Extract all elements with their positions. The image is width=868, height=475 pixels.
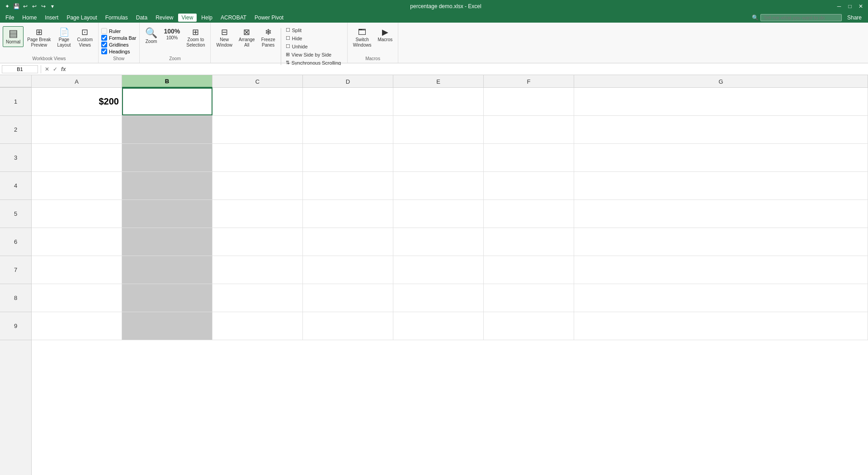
cell-e7[interactable] — [393, 256, 484, 284]
row-header-9[interactable]: 9 — [0, 312, 31, 340]
col-header-e[interactable]: E — [393, 75, 484, 88]
cell-d7[interactable] — [303, 256, 393, 284]
ribbon-btn-view-side-by-side[interactable]: ⊞ View Side by Side — [284, 51, 344, 58]
cell-a5[interactable] — [32, 200, 122, 228]
maximize-icon[interactable]: □ — [846, 3, 854, 10]
cell-e1[interactable] — [393, 88, 484, 115]
cell-d8[interactable] — [303, 284, 393, 312]
formula-input[interactable] — [69, 65, 866, 73]
share-button[interactable]: Share — [843, 14, 866, 22]
ribbon-btn-freeze-panes[interactable]: ❄ FreezePanes — [259, 26, 278, 50]
checkbox-headings[interactable] — [101, 48, 107, 54]
ribbon-btn-normal[interactable]: ▤ Normal — [3, 26, 24, 47]
ribbon-btn-custom-views[interactable]: ⊡ CustomViews — [75, 26, 95, 50]
save-icon[interactable]: 💾 — [13, 3, 20, 10]
cell-a9[interactable] — [32, 312, 122, 340]
cell-f1[interactable] — [484, 88, 574, 115]
col-header-c[interactable]: C — [212, 75, 303, 88]
cell-g4[interactable] — [574, 172, 868, 200]
col-header-a[interactable]: A — [32, 75, 122, 88]
cell-g6[interactable] — [574, 228, 868, 256]
cell-f5[interactable] — [484, 200, 574, 228]
col-header-f[interactable]: F — [484, 75, 574, 88]
checkbox-ruler-label[interactable]: Ruler — [101, 28, 137, 34]
cell-e4[interactable] — [393, 172, 484, 200]
row-header-7[interactable]: 7 — [0, 256, 31, 284]
cell-g8[interactable] — [574, 284, 868, 312]
cell-d4[interactable] — [303, 172, 393, 200]
checkbox-formula-bar[interactable] — [101, 35, 107, 41]
menu-view[interactable]: View — [178, 14, 197, 22]
checkbox-formula-bar-label[interactable]: Formula Bar — [101, 35, 137, 41]
menu-home[interactable]: Home — [19, 14, 40, 22]
menu-review[interactable]: Review — [152, 14, 177, 22]
cell-c3[interactable] — [212, 144, 303, 171]
cell-f3[interactable] — [484, 144, 574, 171]
cell-a1[interactable]: $200 — [32, 88, 122, 115]
cell-b7[interactable] — [122, 256, 212, 284]
ribbon-btn-zoom[interactable]: 🔍 Zoom — [142, 26, 160, 46]
cell-b2[interactable] — [122, 116, 212, 143]
menu-power-pivot[interactable]: Power Pivot — [251, 14, 287, 22]
checkbox-gridlines-label[interactable]: Gridlines — [101, 42, 137, 48]
cell-d6[interactable] — [303, 228, 393, 256]
col-header-b[interactable]: B — [122, 75, 212, 88]
cell-b9[interactable] — [122, 312, 212, 340]
cell-b8[interactable] — [122, 284, 212, 312]
row-header-2[interactable]: 2 — [0, 116, 31, 144]
menu-formulas[interactable]: Formulas — [102, 14, 132, 22]
cell-a4[interactable] — [32, 172, 122, 200]
close-icon[interactable]: ✕ — [857, 3, 864, 10]
cell-b6[interactable] — [122, 228, 212, 256]
ribbon-btn-100[interactable]: 100% 100% — [161, 26, 183, 43]
undo-icon[interactable]: ↩ — [22, 3, 29, 10]
cell-c7[interactable] — [212, 256, 303, 284]
undo-arrow-icon[interactable]: ↩ — [31, 3, 38, 10]
cell-a6[interactable] — [32, 228, 122, 256]
cell-a8[interactable] — [32, 284, 122, 312]
menu-help[interactable]: Help — [198, 14, 216, 22]
cell-e5[interactable] — [393, 200, 484, 228]
cell-c5[interactable] — [212, 200, 303, 228]
cell-e3[interactable] — [393, 144, 484, 171]
menu-page-layout[interactable]: Page Layout — [63, 14, 100, 22]
formula-cancel-icon[interactable]: ✕ — [44, 65, 50, 73]
cell-a3[interactable] — [32, 144, 122, 171]
cell-g3[interactable] — [574, 144, 868, 171]
ribbon-btn-hide[interactable]: ☐ Hide — [284, 34, 344, 42]
checkbox-gridlines[interactable] — [101, 42, 107, 48]
ribbon-btn-split[interactable]: ☐ Split — [284, 26, 344, 34]
cell-b5[interactable] — [122, 200, 212, 228]
menu-file[interactable]: File — [2, 14, 18, 22]
ribbon-btn-page-layout[interactable]: 📄 PageLayout — [55, 26, 74, 50]
row-header-4[interactable]: 4 — [0, 172, 31, 200]
ribbon-btn-new-window[interactable]: ⊟ NewWindow — [213, 26, 235, 50]
cell-f4[interactable] — [484, 172, 574, 200]
menu-data[interactable]: Data — [132, 14, 151, 22]
cell-f7[interactable] — [484, 256, 574, 284]
cell-b4[interactable] — [122, 172, 212, 200]
cell-d5[interactable] — [303, 200, 393, 228]
row-header-3[interactable]: 3 — [0, 144, 31, 172]
cell-c1[interactable] — [212, 88, 303, 115]
ribbon-btn-switch-windows[interactable]: 🗔 SwitchWindows — [350, 26, 374, 50]
cell-a2[interactable] — [32, 116, 122, 143]
cell-d3[interactable] — [303, 144, 393, 171]
cell-e2[interactable] — [393, 116, 484, 143]
cell-b3[interactable] — [122, 144, 212, 171]
col-header-g[interactable]: G — [574, 75, 868, 88]
cell-f8[interactable] — [484, 284, 574, 312]
cell-f6[interactable] — [484, 228, 574, 256]
cell-c4[interactable] — [212, 172, 303, 200]
cell-g1[interactable] — [574, 88, 868, 115]
cell-c9[interactable] — [212, 312, 303, 340]
cell-a7[interactable] — [32, 256, 122, 284]
ribbon-btn-unhide[interactable]: ☐ Unhide — [284, 43, 344, 50]
row-header-1[interactable]: 1 — [0, 88, 31, 116]
cell-f9[interactable] — [484, 312, 574, 340]
menu-insert[interactable]: Insert — [41, 14, 62, 22]
row-header-8[interactable]: 8 — [0, 284, 31, 312]
cell-g2[interactable] — [574, 116, 868, 143]
checkbox-ruler[interactable] — [101, 28, 107, 34]
ribbon-btn-page-break-preview[interactable]: ⊞ Page BreakPreview — [24, 26, 53, 50]
